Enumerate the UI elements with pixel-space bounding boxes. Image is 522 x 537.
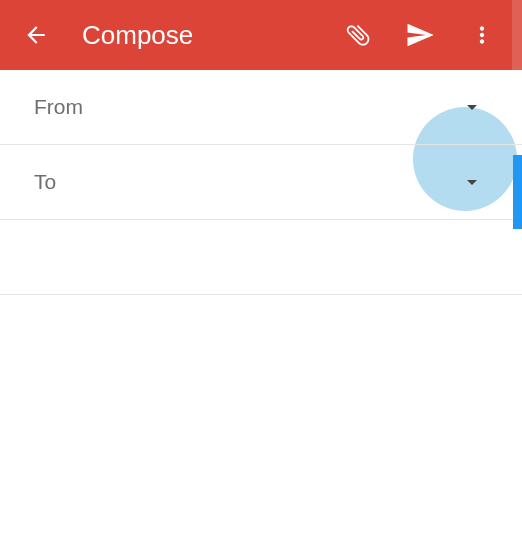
attachment-icon bbox=[344, 21, 372, 49]
attach-button[interactable] bbox=[336, 13, 380, 57]
from-row[interactable]: From bbox=[0, 70, 522, 145]
toolbar-actions bbox=[336, 13, 504, 57]
from-expand-button[interactable] bbox=[452, 87, 492, 127]
more-button[interactable] bbox=[460, 13, 504, 57]
compose-title: Compose bbox=[82, 20, 336, 51]
scroll-indicator bbox=[513, 155, 522, 229]
to-expand-button[interactable] bbox=[452, 162, 492, 202]
send-icon bbox=[405, 20, 435, 50]
compose-toolbar: Compose bbox=[0, 0, 522, 70]
to-label: To bbox=[34, 170, 452, 194]
more-vert-icon bbox=[469, 22, 495, 48]
subject-row[interactable] bbox=[0, 220, 522, 295]
back-button[interactable] bbox=[12, 11, 60, 59]
toolbar-edge-accent bbox=[512, 0, 522, 70]
chevron-down-icon bbox=[460, 95, 484, 119]
send-button[interactable] bbox=[398, 13, 442, 57]
arrow-back-icon bbox=[23, 22, 49, 48]
chevron-down-icon bbox=[460, 170, 484, 194]
to-row[interactable]: To bbox=[0, 145, 522, 220]
from-label: From bbox=[34, 95, 452, 119]
